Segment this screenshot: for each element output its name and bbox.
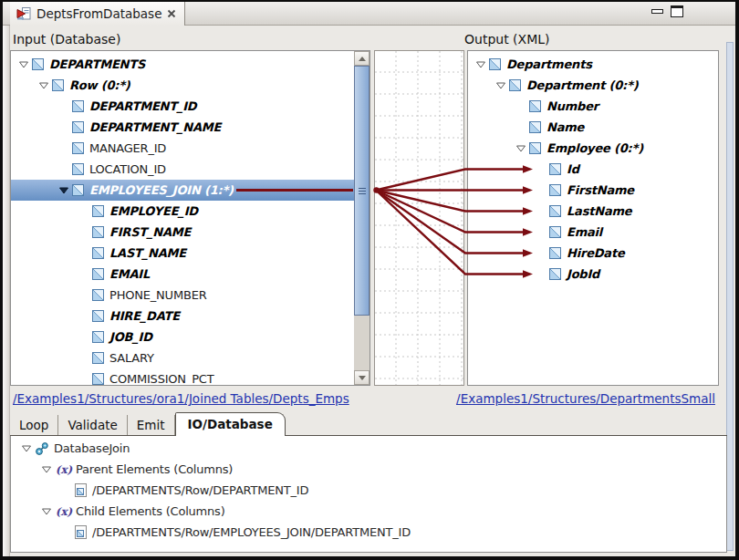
element-icon <box>549 205 561 217</box>
expand-arrow-icon[interactable] <box>36 82 52 89</box>
tree-item-hire-date[interactable]: HIRE_DATE <box>11 306 354 327</box>
output-tree: DepartmentsDepartment (0:*)NumberNameEmp… <box>468 51 718 385</box>
element-icon <box>92 205 104 217</box>
element-icon <box>92 310 104 322</box>
output-structure-link[interactable]: /Examples1/Structures/DepartmentsSmall <box>456 391 715 406</box>
scrollbar-thumb[interactable] <box>354 66 370 316</box>
expression-icon: (x) <box>55 463 73 476</box>
expand-arrow-icon[interactable] <box>493 82 509 89</box>
element-icon <box>529 100 541 112</box>
element-icon <box>72 142 84 154</box>
expand-arrow-icon[interactable] <box>16 61 32 68</box>
element-icon <box>92 331 104 343</box>
tree-item-number[interactable]: Number <box>468 96 718 117</box>
tree-item-phone-number[interactable]: PHONE_NUMBER <box>11 285 354 306</box>
tree-item-manager-id[interactable]: MANAGER_ID <box>11 138 354 159</box>
tree-item-lastname[interactable]: LastName <box>468 201 718 222</box>
mapping-source-line <box>236 189 353 192</box>
element-icon <box>529 121 541 133</box>
maximize-icon[interactable] <box>671 5 683 17</box>
tree-item-label: Name <box>546 120 584 134</box>
input-tree: DEPARTMENTSRow (0:*)DEPARTMENT_IDDEPARTM… <box>11 51 354 385</box>
expand-arrow-icon[interactable] <box>56 187 72 194</box>
scroll-down-icon[interactable] <box>354 370 370 385</box>
scroll-up-icon[interactable] <box>354 51 370 66</box>
tab-emit[interactable]: Emit <box>128 415 175 435</box>
tree-item-id[interactable]: Id <box>468 159 718 180</box>
tree-item-email[interactable]: Email <box>468 222 718 243</box>
expand-arrow-icon[interactable] <box>513 145 529 152</box>
tree-item-label: Parent Elements (Columns) <box>76 462 233 476</box>
tree-item-label: /DEPARTMENTS/Row/DEPARTMENT_ID <box>92 483 308 497</box>
tree-item-department-0[interactable]: Department (0:*) <box>468 75 718 96</box>
element-icon <box>549 184 561 196</box>
tree-item-label: LAST_NAME <box>109 246 186 260</box>
tree-item-departments-row-department-id[interactable]: /DEPARTMENTS/Row/DEPARTMENT_ID <box>11 480 726 501</box>
tree-item-label: JobId <box>567 267 599 281</box>
database-join-icon <box>35 441 49 456</box>
tree-item-job-id[interactable]: JOB_ID <box>11 327 354 347</box>
tree-item-label: EMPLOYEES_JOIN (1:*) <box>89 183 234 197</box>
tab-validate[interactable]: Validate <box>58 415 127 435</box>
tree-item-employee-0[interactable]: Employee (0:*) <box>468 138 718 159</box>
tab-loop[interactable]: Loop <box>10 415 58 435</box>
bottom-tab-bar: LoopValidateEmitIO/Database <box>10 412 286 436</box>
tree-item-label: Row (0:*) <box>69 78 130 92</box>
tree-item-label: Email <box>567 225 602 239</box>
element-icon <box>529 142 541 154</box>
element-icon <box>509 79 521 91</box>
expand-arrow-icon[interactable] <box>38 508 55 515</box>
editor-tab-title: DeptsFromDatabase <box>36 6 161 21</box>
editor-tab[interactable]: DeptsFromDatabase <box>10 2 185 26</box>
tree-item-commission-pct[interactable]: COMMISSION_PCT <box>11 368 354 385</box>
tree-item-databasejoin[interactable]: DatabaseJoin <box>11 438 726 459</box>
tree-item-label: SALARY <box>109 351 154 365</box>
close-icon[interactable] <box>167 9 176 18</box>
element-icon <box>92 226 104 238</box>
tree-item-firstname[interactable]: FirstName <box>468 180 718 201</box>
tree-item-salary[interactable]: SALARY <box>11 347 354 368</box>
output-tree-panel: DepartmentsDepartment (0:*)NumberNameEmp… <box>467 50 719 386</box>
tree-item-email[interactable]: EMAIL <box>11 264 354 285</box>
tree-item-label: HIRE_DATE <box>109 309 180 323</box>
tree-item-departments[interactable]: Departments <box>468 54 718 75</box>
tree-item-row-0[interactable]: Row (0:*) <box>11 75 354 96</box>
element-icon <box>489 58 501 70</box>
tree-item-jobid[interactable]: JobId <box>468 264 718 285</box>
tree-item-last-name[interactable]: LAST_NAME <box>11 243 354 264</box>
input-scrollbar[interactable] <box>354 51 370 385</box>
expand-arrow-icon[interactable] <box>473 61 489 68</box>
mapper-window: DeptsFromDatabase Input (Database) Outpu… <box>3 2 735 556</box>
element-icon <box>72 184 84 196</box>
io-database-panel: DatabaseJoin(x)Parent Elements (Columns)… <box>10 436 727 553</box>
tree-item-department-id[interactable]: DEPARTMENT_ID <box>11 96 354 117</box>
tree-item-first-name[interactable]: FIRST_NAME <box>11 222 354 243</box>
element-icon <box>72 100 84 112</box>
tree-item-hiredate[interactable]: HireDate <box>468 243 718 264</box>
element-icon <box>549 163 561 175</box>
element-icon <box>92 268 104 280</box>
tree-item-label: LastName <box>567 204 631 218</box>
tree-item-name[interactable]: Name <box>468 117 718 138</box>
output-panel-header: Output (XML) <box>464 32 549 47</box>
expand-arrow-icon[interactable] <box>38 466 55 473</box>
element-icon <box>92 247 104 259</box>
tree-item-label: Child Elements (Columns) <box>76 504 225 518</box>
tree-item-departments[interactable]: DEPARTMENTS <box>11 54 354 75</box>
tree-item-location-id[interactable]: LOCATION_ID <box>11 159 354 180</box>
column-document-icon <box>75 525 87 539</box>
tree-item-department-name[interactable]: DEPARTMENT_NAME <box>11 117 354 138</box>
minimize-icon[interactable] <box>651 9 663 14</box>
tree-item-label: PHONE_NUMBER <box>109 288 207 302</box>
element-icon <box>549 247 561 259</box>
tree-item-child-elements-columns[interactable]: (x)Child Elements (Columns) <box>11 501 726 522</box>
tree-item-employee-id[interactable]: EMPLOYEE_ID <box>11 201 354 222</box>
tab-io-database[interactable]: IO/Database <box>175 412 286 436</box>
tree-item-parent-elements-columns[interactable]: (x)Parent Elements (Columns) <box>11 459 726 480</box>
tree-item-label: EMPLOYEE_ID <box>109 204 198 218</box>
mapping-canvas[interactable] <box>374 50 464 386</box>
tree-item-label: EMAIL <box>109 267 150 281</box>
expand-arrow-icon[interactable] <box>18 445 35 452</box>
input-structure-link[interactable]: /Examples1/Structures/ora1/Joined Tables… <box>13 391 349 406</box>
tree-item-departments-row-employees-join-department-id[interactable]: /DEPARTMENTS/Row/EMPLOYEES_JOIN/DEPARTME… <box>11 522 726 543</box>
